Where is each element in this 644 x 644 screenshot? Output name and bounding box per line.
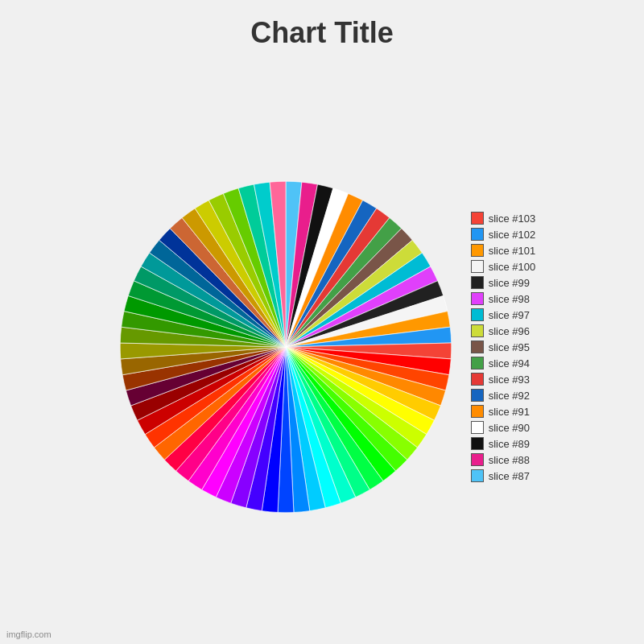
legend-swatch bbox=[471, 405, 484, 418]
legend-item: slice #98 bbox=[471, 292, 536, 305]
legend-item: slice #91 bbox=[471, 405, 536, 418]
chart-container: Chart Title slice #103slice #102slice #1… bbox=[0, 0, 644, 644]
legend-swatch bbox=[471, 260, 484, 273]
legend-swatch bbox=[471, 389, 484, 402]
legend-swatch bbox=[471, 308, 484, 321]
legend-item: slice #103 bbox=[471, 212, 536, 225]
chart-body: slice #103slice #102slice #101slice #100… bbox=[0, 58, 644, 644]
legend-label: slice #88 bbox=[489, 454, 530, 466]
legend-label: slice #100 bbox=[489, 261, 536, 273]
legend-item: slice #101 bbox=[471, 244, 536, 257]
legend-item: slice #90 bbox=[471, 421, 536, 434]
chart-title: Chart Title bbox=[250, 16, 393, 50]
legend-swatch bbox=[471, 453, 484, 466]
legend-label: slice #95 bbox=[489, 341, 530, 353]
watermark: imgflip.com bbox=[6, 630, 52, 639]
legend-label: slice #99 bbox=[489, 277, 530, 289]
legend-label: slice #103 bbox=[489, 213, 536, 225]
legend-swatch bbox=[471, 373, 484, 386]
legend: slice #103slice #102slice #101slice #100… bbox=[471, 212, 536, 482]
legend-swatch bbox=[471, 212, 484, 225]
legend-swatch bbox=[471, 276, 484, 289]
legend-label: slice #97 bbox=[489, 309, 530, 321]
legend-item: slice #92 bbox=[471, 389, 536, 402]
legend-item: slice #99 bbox=[471, 276, 536, 289]
legend-item: slice #97 bbox=[471, 308, 536, 321]
legend-label: slice #102 bbox=[489, 229, 536, 241]
legend-label: slice #96 bbox=[489, 325, 530, 337]
legend-item: slice #94 bbox=[471, 357, 536, 369]
legend-label: slice #89 bbox=[489, 438, 530, 450]
legend-item: slice #88 bbox=[471, 453, 536, 466]
legend-label: slice #92 bbox=[489, 390, 530, 402]
legend-swatch bbox=[471, 469, 484, 482]
legend-swatch bbox=[471, 341, 484, 353]
legend-swatch bbox=[471, 421, 484, 434]
legend-item: slice #102 bbox=[471, 228, 536, 241]
legend-label: slice #101 bbox=[489, 245, 536, 257]
legend-swatch bbox=[471, 244, 484, 257]
legend-swatch bbox=[471, 228, 484, 241]
legend-item: slice #96 bbox=[471, 324, 536, 337]
legend-label: slice #98 bbox=[489, 293, 530, 305]
legend-label: slice #94 bbox=[489, 357, 530, 369]
legend-label: slice #91 bbox=[489, 406, 530, 418]
legend-item: slice #100 bbox=[471, 260, 536, 273]
pie-chart bbox=[117, 178, 455, 516]
legend-item: slice #87 bbox=[471, 469, 536, 482]
legend-item: slice #93 bbox=[471, 373, 536, 386]
legend-label: slice #90 bbox=[489, 422, 530, 434]
legend-swatch bbox=[471, 437, 484, 450]
legend-item: slice #89 bbox=[471, 437, 536, 450]
legend-swatch bbox=[471, 357, 484, 369]
legend-swatch bbox=[471, 292, 484, 305]
legend-swatch bbox=[471, 324, 484, 337]
legend-label: slice #87 bbox=[489, 470, 530, 482]
legend-label: slice #93 bbox=[489, 374, 530, 386]
legend-item: slice #95 bbox=[471, 341, 536, 353]
